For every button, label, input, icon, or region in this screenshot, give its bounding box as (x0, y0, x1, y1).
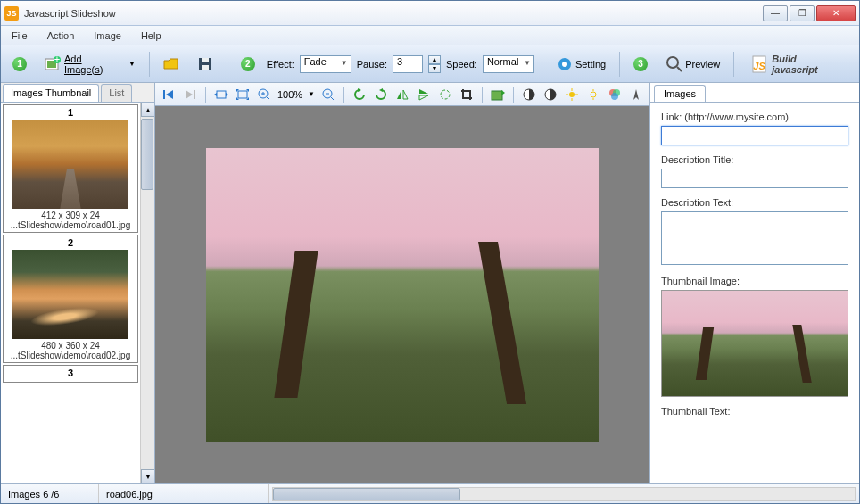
svg-line-10 (677, 67, 682, 71)
pause-label: Pause: (357, 59, 387, 70)
scroll-down-button[interactable]: ▼ (141, 469, 154, 483)
thumbnail-preview[interactable] (661, 290, 848, 397)
hscroll-thumb[interactable] (273, 488, 460, 500)
sharpen-icon[interactable] (628, 87, 644, 103)
zoom-in-icon[interactable] (256, 87, 272, 103)
step-1-button[interactable]: 1 (6, 52, 33, 77)
refresh-icon[interactable] (437, 87, 453, 103)
tab-list[interactable]: List (101, 84, 132, 102)
statusbar: Images 6 /6 road06.jpg (1, 483, 859, 503)
svg-rect-25 (492, 91, 502, 100)
rotate-left-icon[interactable] (351, 87, 368, 103)
save-button[interactable] (191, 52, 219, 77)
zoom-value[interactable]: 100% (277, 89, 302, 100)
description-text-input[interactable] (661, 211, 848, 265)
folder-open-icon (163, 56, 179, 72)
last-button[interactable] (182, 87, 198, 103)
description-title-input[interactable] (661, 169, 848, 188)
build-label: Build javascript (772, 54, 845, 75)
svg-rect-5 (202, 58, 209, 62)
fit-width-icon[interactable] (213, 87, 229, 103)
link-label: Link: (http://www.mysite.com) (661, 112, 848, 122)
svg-point-33 (591, 92, 596, 97)
left-tabstrip: Images Thumbnail List (1, 83, 154, 103)
export-icon[interactable] (490, 87, 506, 103)
step-2-button[interactable]: 2 (235, 52, 261, 77)
pause-input[interactable]: 3 (393, 55, 423, 73)
step-2-icon: 2 (241, 57, 255, 71)
add-images-button[interactable]: + Add Image(s) ▼ (38, 52, 142, 77)
gear-icon (556, 56, 572, 72)
scroll-thumb[interactable] (141, 119, 153, 190)
effect-label: Effect: (267, 59, 294, 70)
tab-images-properties[interactable]: Images (654, 85, 706, 102)
setting-label: Setting (575, 59, 606, 70)
contrast-icon[interactable] (521, 87, 537, 103)
effect-dropdown[interactable]: Fade (300, 55, 351, 73)
speed-dropdown[interactable]: Normal (483, 55, 534, 73)
maximize-button[interactable]: ❐ (790, 5, 815, 21)
svg-rect-16 (238, 91, 247, 98)
magnifier-icon (666, 56, 682, 72)
thumbnail-image (12, 250, 128, 339)
svg-line-22 (331, 97, 334, 100)
thumbnail-item[interactable]: 2 480 x 360 x 24 ...tSlideshow\demo\road… (3, 235, 138, 363)
zoom-out-icon[interactable] (320, 87, 336, 103)
half-contrast-icon[interactable] (542, 87, 558, 103)
main-toolbar: 1 + Add Image(s) ▼ 2 Effect: Fade Pause:… (1, 45, 859, 83)
speed-label: Speed: (446, 59, 477, 70)
fit-screen-icon[interactable] (235, 87, 251, 103)
brightness-down-icon[interactable] (585, 87, 601, 103)
minimize-button[interactable]: — (763, 5, 788, 21)
menu-help[interactable]: Help (137, 29, 165, 43)
thumbnail-image (12, 120, 128, 209)
rotate-right-icon[interactable] (373, 87, 389, 103)
thumbnail-item[interactable]: 3 (3, 365, 138, 383)
thumbnail-image-label: Thumbnail Image: (661, 276, 848, 286)
center-panel: 100% ▼ (155, 83, 649, 483)
thumbnail-item[interactable]: 1 412 x 309 x 24 ...tSlideshow\demo\road… (3, 104, 138, 233)
svg-rect-14 (194, 90, 195, 99)
thumbnail-number: 2 (4, 237, 137, 248)
window-title: Javascript Slideshow (24, 8, 763, 19)
flip-v-icon[interactable] (416, 87, 432, 103)
setting-button[interactable]: Setting (550, 52, 612, 77)
preview-button[interactable]: Preview (659, 52, 726, 77)
svg-rect-15 (217, 91, 226, 98)
canvas-area[interactable] (155, 106, 649, 483)
svg-rect-6 (202, 65, 209, 70)
thumbnail-number: 3 (4, 368, 137, 378)
thumbnail-list[interactable]: 1 412 x 309 x 24 ...tSlideshow\demo\road… (1, 103, 140, 483)
add-images-label: Add Image(s) (64, 54, 123, 75)
pause-spinner[interactable]: ▲▼ (428, 55, 441, 73)
main-area: Images Thumbnail List 1 412 x 309 x 24 .… (1, 83, 859, 483)
save-icon (197, 56, 213, 72)
open-button[interactable] (157, 52, 186, 77)
menu-action[interactable]: Action (44, 29, 79, 43)
svg-point-9 (667, 57, 678, 68)
edit-toolbar: 100% ▼ (155, 83, 649, 106)
link-input[interactable] (661, 126, 848, 145)
zoom-dropdown-icon[interactable]: ▼ (308, 90, 315, 98)
close-button[interactable]: ✕ (816, 5, 856, 21)
build-button[interactable]: JS Build javascript (741, 51, 854, 78)
scroll-up-button[interactable]: ▲ (141, 103, 154, 117)
color-balance-icon[interactable] (607, 87, 623, 103)
left-scrollbar[interactable]: ▲ ▼ (140, 103, 154, 483)
thumbnail-dimensions: 480 x 360 x 24 (4, 341, 137, 351)
menubar: File Action Image Help (1, 26, 859, 45)
left-panel: Images Thumbnail List 1 412 x 309 x 24 .… (1, 83, 155, 483)
step-3-button[interactable]: 3 (627, 52, 654, 77)
dropdown-arrow-icon: ▼ (128, 60, 136, 68)
menu-file[interactable]: File (8, 29, 31, 43)
description-title-label: Description Title: (661, 154, 848, 165)
status-image-count: Images 6 /6 (1, 484, 99, 503)
flip-h-icon[interactable] (394, 87, 410, 103)
menu-image[interactable]: Image (90, 29, 125, 43)
brightness-up-icon[interactable] (564, 87, 580, 103)
tab-images-thumbnail[interactable]: Images Thumbnail (3, 84, 99, 102)
crop-icon[interactable] (459, 87, 475, 103)
horizontal-scrollbar[interactable] (272, 487, 856, 501)
step-1-icon: 1 (12, 57, 27, 71)
first-button[interactable] (161, 87, 177, 103)
